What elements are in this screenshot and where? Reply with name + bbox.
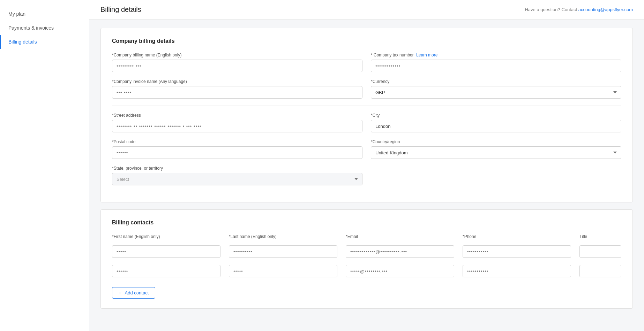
last-name-label: *Last name (English only) [229, 234, 337, 239]
form-row-4: *Postal code *Country/region United King… [112, 139, 621, 159]
page-header: Billing details Have a question? Contact… [89, 0, 644, 20]
company-billing-name-group: *Company billing name (English only) [112, 53, 362, 72]
contact-2-email-input[interactable] [346, 265, 454, 277]
country-region-select[interactable]: United Kingdom United States Germany Fra… [371, 146, 621, 159]
form-row-5: *State, province, or territory Select [112, 166, 621, 185]
contact-1-email-input[interactable] [346, 245, 454, 258]
add-contact-plus-icon: + [119, 290, 121, 295]
country-region-group: *Country/region United Kingdom United St… [371, 139, 621, 159]
contact-2-phone-group [463, 265, 571, 277]
company-tax-number-group: * Company tax number Learn more [371, 53, 621, 72]
city-label: *City [371, 113, 621, 118]
form-row-2: *Company invoice name (Any language) *Cu… [112, 79, 621, 99]
contact-2-title-input[interactable] [579, 265, 621, 277]
page-content: Company billing details *Company billing… [89, 20, 644, 324]
billing-contacts-card: Billing contacts *First name (English on… [100, 209, 633, 309]
city-input[interactable] [371, 120, 621, 132]
currency-group: *Currency GBP USD EUR [371, 79, 621, 99]
add-contact-button[interactable]: +Add contact [112, 287, 155, 299]
last-name-col: *Last name (English only) [229, 234, 337, 241]
form-row-1: *Company billing name (English only) * C… [112, 53, 621, 72]
first-name-col: *First name (English only) [112, 234, 220, 241]
billing-contacts-title: Billing contacts [112, 220, 621, 226]
learn-more-link[interactable]: Learn more [416, 53, 437, 57]
company-billing-name-label: *Company billing name (English only) [112, 53, 362, 57]
company-tax-number-input[interactable] [371, 60, 621, 72]
street-address-group: *Street address [112, 113, 362, 132]
contact-info: Have a question? Contact accounting@apps… [525, 7, 633, 12]
sidebar-item-my-plan[interactable]: My plan [0, 7, 89, 21]
contact-1-last-name-group [229, 245, 337, 258]
company-billing-name-input[interactable] [112, 60, 362, 72]
contact-2-last-name-input[interactable] [229, 265, 337, 277]
contact-1-last-name-input[interactable] [229, 245, 337, 258]
title-col: Title [579, 234, 621, 241]
state-province-group: *State, province, or territory Select [112, 166, 362, 185]
phone-label: *Phone [463, 234, 571, 239]
street-address-input[interactable] [112, 120, 362, 132]
form-divider [112, 106, 621, 106]
company-billing-title: Company billing details [112, 38, 621, 44]
postal-code-input[interactable] [112, 146, 362, 159]
contact-2-email-group [346, 265, 454, 277]
contact-2-last-name-group [229, 265, 337, 277]
title-label: Title [579, 234, 621, 239]
main-content: Billing details Have a question? Contact… [89, 0, 644, 331]
email-label: *Email [346, 234, 454, 239]
contact-2-first-name-input[interactable] [112, 265, 220, 277]
postal-code-label: *Postal code [112, 139, 362, 144]
phone-col: *Phone [463, 234, 571, 241]
contact-2-phone-input[interactable] [463, 265, 571, 277]
country-region-label: *Country/region [371, 139, 621, 144]
state-province-select[interactable]: Select [112, 173, 362, 185]
contact-1-first-name-group [112, 245, 220, 258]
company-invoice-name-label: *Company invoice name (Any language) [112, 79, 362, 84]
company-billing-card: Company billing details *Company billing… [100, 28, 633, 202]
currency-select[interactable]: GBP USD EUR [371, 86, 621, 99]
contact-1-email-group [346, 245, 454, 258]
contact-1-phone-group [463, 245, 571, 258]
contact-email-link[interactable]: accounting@appsflyer.com [578, 7, 633, 12]
email-col: *Email [346, 234, 454, 241]
contact-1-phone-input[interactable] [463, 245, 571, 258]
postal-code-group: *Postal code [112, 139, 362, 159]
city-group: *City [371, 113, 621, 132]
company-tax-number-label: * Company tax number Learn more [371, 53, 621, 57]
contact-1-first-name-input[interactable] [112, 245, 220, 258]
sidebar-item-payments-invoices[interactable]: Payments & invoices [0, 21, 89, 35]
contact-row-1 [112, 245, 621, 258]
contact-2-first-name-group [112, 265, 220, 277]
sidebar-item-billing-details[interactable]: Billing details [0, 35, 89, 49]
currency-label: *Currency [371, 79, 621, 84]
street-address-label: *Street address [112, 113, 362, 118]
contact-row-2 [112, 265, 621, 277]
first-name-label: *First name (English only) [112, 234, 220, 239]
contact-2-title-group [579, 265, 621, 277]
company-invoice-name-group: *Company invoice name (Any language) [112, 79, 362, 99]
form-row-3: *Street address *City [112, 113, 621, 132]
company-invoice-name-input[interactable] [112, 86, 362, 99]
state-province-label: *State, province, or territory [112, 166, 362, 171]
sidebar: My plan Payments & invoices Billing deta… [0, 0, 89, 331]
contacts-header-row: *First name (English only) *Last name (E… [112, 234, 621, 241]
contact-1-title-input[interactable] [579, 245, 621, 258]
contact-1-title-group [579, 245, 621, 258]
page-title: Billing details [100, 6, 141, 14]
